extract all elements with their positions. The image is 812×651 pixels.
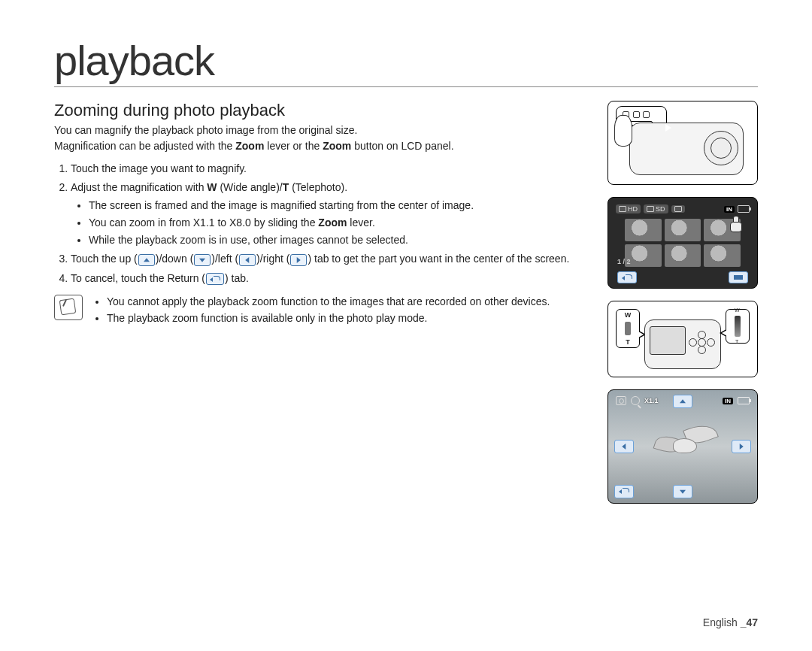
nav-down-icon [673, 485, 692, 498]
step-2-sub-1: The screen is framed and the image is ma… [89, 198, 592, 214]
text-column: Zooming during photo playback You can ma… [54, 101, 592, 504]
intro-line-1: You can magnify the playback photo image… [54, 123, 592, 138]
camera-body-icon [629, 123, 744, 175]
page-footer: English _47 [703, 616, 758, 628]
in-badge: IN [723, 398, 733, 404]
zoom-level: X1.1 [644, 397, 659, 404]
step-2-sub-2: You can zoom in from X1.1 to X8.0 by sli… [89, 215, 592, 232]
camera-top-icon [644, 319, 721, 369]
left-icon [239, 254, 256, 266]
nav-return-icon [614, 485, 634, 498]
photo-tab [671, 205, 685, 213]
nav-up-icon [673, 395, 692, 408]
bird-illustration [650, 422, 718, 467]
step-4: To cancel, touch the Return () tab. [71, 271, 592, 287]
page-indicator: 1 / 2 [617, 258, 631, 265]
step-3: Touch the up ()/down ()/left ()/right ()… [71, 251, 592, 268]
figure-mode-camera: MODE [607, 101, 758, 185]
note-block: You cannot apply the playback zoom funct… [54, 295, 592, 328]
hd-tab: HD [616, 204, 641, 213]
menu-button-icon [729, 271, 748, 283]
intro-line-2: Magnification can be adjusted with the Z… [54, 139, 592, 153]
note-2: The playback zoom function is available … [107, 311, 550, 325]
nav-right-icon [732, 440, 751, 453]
thumbnail [665, 219, 701, 241]
down-icon [194, 254, 211, 266]
figure-column: MODE HD SD IN [607, 101, 758, 504]
step-2: Adjust the magnification with W (Wide an… [71, 180, 592, 248]
battery-icon [738, 397, 750, 404]
up-icon [138, 254, 155, 266]
note-icon [54, 295, 83, 320]
zoom-lever-bubble: W T [616, 309, 640, 348]
thumbnail-grid [625, 219, 741, 267]
step-2-sub-3: While the playback zoom is in use, other… [89, 232, 592, 249]
step-1: Touch the image you want to magnify. [71, 161, 592, 177]
return-icon [206, 273, 224, 285]
figure-gallery-screen: HD SD IN 1 / 2 [607, 197, 758, 289]
battery-icon [738, 205, 750, 213]
touch-cursor-icon [729, 214, 745, 232]
return-button-icon [617, 271, 637, 283]
section-title: Zooming during photo playback [54, 101, 592, 120]
figure-zoomed-photo: X1.1 IN [607, 389, 758, 504]
nav-left-icon [614, 440, 634, 453]
note-1: You cannot apply the playback zoom funct… [107, 295, 550, 308]
page-header: playback [54, 36, 758, 87]
figure-zoom-controls: W T [607, 301, 758, 377]
in-badge: IN [724, 206, 735, 213]
magnify-icon [631, 396, 640, 405]
thumbnail [625, 219, 662, 241]
right-icon [290, 254, 307, 266]
thumbnail [704, 244, 741, 267]
steps-list: Touch the image you want to magnify. Adj… [54, 161, 592, 287]
sd-tab: SD [644, 204, 668, 213]
photo-mode-icon [616, 396, 626, 405]
thumbnail [665, 244, 701, 267]
zoom-button-bubble [726, 309, 750, 344]
